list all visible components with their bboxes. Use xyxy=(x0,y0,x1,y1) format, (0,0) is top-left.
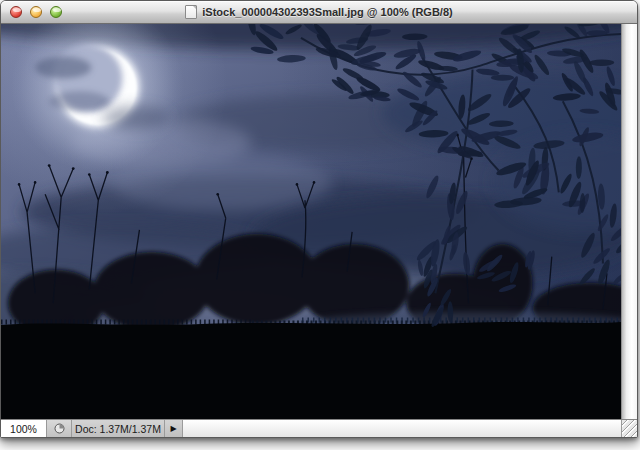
zoom-level-field xyxy=(1,420,47,437)
photoshop-document-window: iStock_000004302393Small.jpg @ 100% (RGB… xyxy=(0,0,638,438)
window-controls xyxy=(10,1,62,23)
resize-grip-icon[interactable] xyxy=(621,420,637,437)
title-bar[interactable]: iStock_000004302393Small.jpg @ 100% (RGB… xyxy=(1,1,637,24)
document-proxy-icon[interactable] xyxy=(185,5,197,19)
status-menu-arrow-icon: ▶ xyxy=(170,424,176,433)
title-group: iStock_000004302393Small.jpg @ 100% (RGB… xyxy=(1,1,637,23)
zoom-window-button[interactable] xyxy=(50,6,62,18)
vertical-scrollbar[interactable] xyxy=(621,24,637,419)
version-cue-button[interactable] xyxy=(47,420,72,437)
doc-size-status[interactable]: Doc: 1.37M/1.37M xyxy=(72,420,165,437)
minimize-button[interactable] xyxy=(30,6,42,18)
horizontal-scrollbar[interactable] xyxy=(183,420,621,437)
close-button[interactable] xyxy=(10,6,22,18)
status-menu-button[interactable]: ▶ xyxy=(165,420,183,437)
window-title: iStock_000004302393Small.jpg @ 100% (RGB… xyxy=(202,6,452,18)
version-cue-icon xyxy=(54,423,65,434)
document-canvas[interactable] xyxy=(1,24,621,419)
ground-silhouette xyxy=(1,312,621,419)
status-bar: Doc: 1.37M/1.37M ▶ xyxy=(1,419,637,437)
doc-size-label: Doc: 1.37M/1.37M xyxy=(75,423,161,435)
content-row xyxy=(1,24,637,419)
zoom-level-input[interactable] xyxy=(1,423,46,435)
image-canvas-area[interactable] xyxy=(1,24,621,419)
